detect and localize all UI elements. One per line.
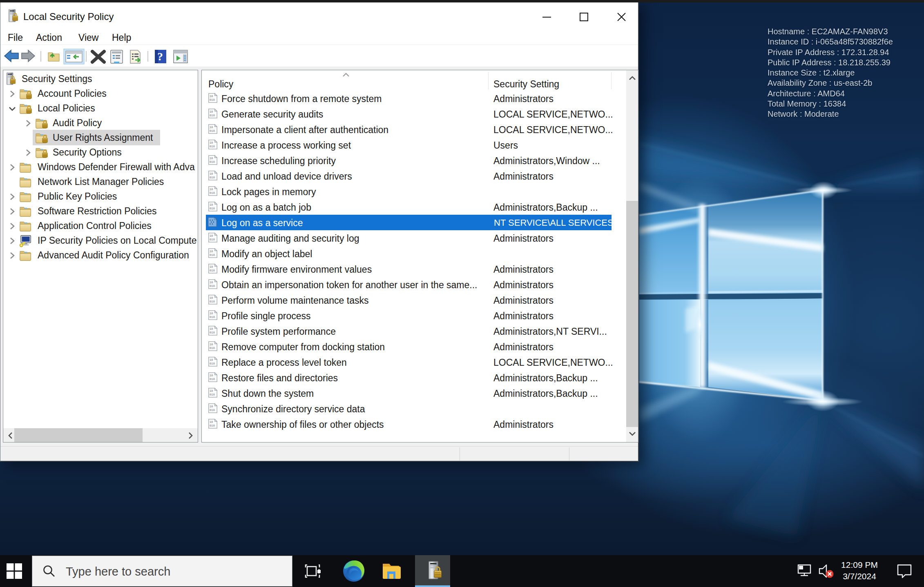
svg-text:?: ? (157, 50, 163, 63)
